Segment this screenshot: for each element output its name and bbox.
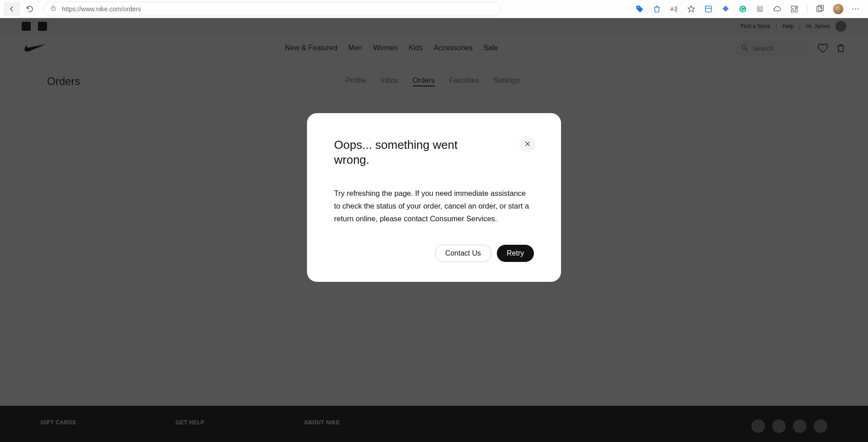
collections-icon[interactable] (704, 5, 713, 14)
svg-text:A: A (670, 6, 674, 12)
read-aloud-icon[interactable]: A (670, 5, 679, 14)
diamond-icon[interactable] (721, 5, 730, 14)
modal-actions: Contact Us Retry (334, 245, 534, 262)
profile-avatar[interactable] (833, 4, 844, 14)
close-icon (524, 140, 531, 147)
more-menu-icon[interactable]: ··· (852, 4, 860, 14)
modal-title: Oops... something went wrong. (334, 138, 479, 167)
back-button[interactable] (4, 2, 20, 16)
svg-rect-6 (816, 6, 822, 12)
svg-point-3 (739, 5, 746, 12)
error-modal: Oops... something went wrong. Try refres… (307, 113, 561, 282)
url-bar[interactable]: https://www.nike.com/orders (43, 2, 500, 16)
svg-point-0 (637, 7, 639, 8)
retry-button[interactable]: Retry (497, 245, 534, 262)
help-icon[interactable]: ? (755, 5, 764, 14)
shopping-tag-icon[interactable] (635, 5, 644, 14)
grammarly-icon[interactable] (738, 5, 747, 14)
browser-toolbar: https://www.nike.com/orders A ? (0, 0, 868, 18)
page: Find a Store | Help | Hi, James New & Fe… (0, 18, 868, 442)
favorites-icon[interactable] (687, 5, 696, 14)
cloud-icon[interactable] (773, 5, 782, 14)
add-tab-icon[interactable] (816, 5, 825, 14)
toolbar-separator (807, 5, 807, 14)
url-text: https://www.nike.com/orders (62, 5, 141, 13)
contact-us-button[interactable]: Contact Us (435, 245, 491, 262)
toolbar-right: A ? ··· (635, 4, 864, 14)
close-button[interactable] (519, 136, 536, 152)
lock-icon (50, 5, 57, 13)
refresh-button[interactable] (22, 2, 38, 16)
modal-body: Try refreshing the page. If you need imm… (334, 187, 534, 225)
svg-rect-2 (705, 6, 711, 12)
svg-text:?: ? (759, 6, 761, 12)
modal-overlay: Oops... something went wrong. Try refres… (0, 18, 868, 442)
extensions-icon[interactable] (790, 5, 799, 14)
shopping-bag-icon[interactable] (652, 5, 661, 14)
